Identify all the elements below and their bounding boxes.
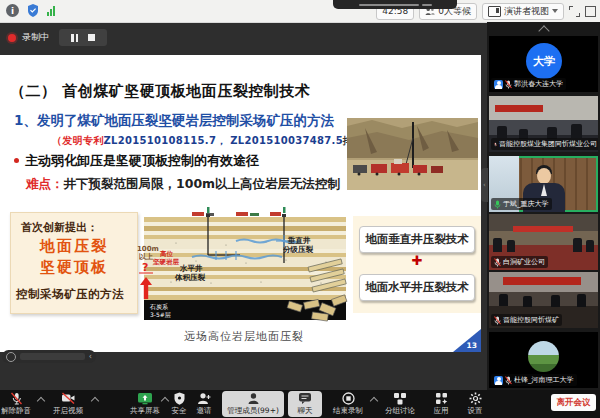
recording-label: 录制中 (22, 31, 49, 44)
meeting-toolbar: 解除静音 开启视频 共享屏幕 安全 (0, 390, 600, 418)
mic-muted-icon (494, 258, 501, 267)
speaker-face (537, 168, 551, 184)
encryption-shield-icon (27, 4, 39, 17)
difficulty-line: 难点：井下预裂范围局限，100m以上高位岩层无法控制 (26, 176, 340, 193)
tech-band: 地面垂直井压裂技术 ✚ 地面水平井压裂技术 (353, 216, 481, 313)
red-banner (495, 105, 543, 112)
avatar: 大学 (526, 43, 562, 79)
stop-recording-icon[interactable] (88, 34, 95, 41)
slide-title: （二） 首创煤矿坚硬顶板地面压裂控制技术 (10, 82, 310, 101)
slide-heading1: 1、发明了煤矿地面压裂坚硬岩层控制采场矿压的方法 (14, 112, 334, 130)
stop-record-icon (342, 392, 355, 405)
recording-dot-icon (8, 34, 16, 42)
network-signal-icon (47, 5, 55, 16)
pause-recording-icon[interactable] (71, 34, 78, 42)
patent-prefix: （发明专利 (52, 135, 104, 146)
breakout-rooms-button[interactable]: 分组讨论 (378, 391, 422, 417)
collapse-left-icon[interactable]: ‹ (89, 353, 92, 361)
collapsed-selfview-pill[interactable]: ‹ (2, 350, 96, 363)
avatar (528, 341, 559, 372)
view-mode-label: 演讲者视图 (504, 5, 549, 18)
settings-button[interactable]: 设置 (458, 391, 492, 417)
apps-grid-icon (435, 392, 448, 405)
window-mode-icon[interactable] (585, 6, 596, 17)
unmute-button[interactable]: 解除静音 (0, 391, 38, 417)
share-screen-icon (137, 392, 153, 405)
depth-label-1: 100m (137, 245, 159, 253)
participant-tile[interactable]: 杜锋_河南理工大学 (489, 332, 598, 388)
avatar-icon (6, 352, 16, 362)
view-mode-button[interactable]: 演讲者视图 (482, 3, 564, 20)
tech-box-vertical: 地面垂直井压裂技术 (359, 226, 475, 253)
innovation-method: 控制采场矿压的方法 (16, 287, 124, 302)
strata-label-1: 石炭系 (149, 303, 168, 311)
recording-buttons (59, 29, 107, 46)
leave-meeting-button[interactable]: 离开会议 (551, 394, 596, 411)
sidebar-drag-handle[interactable]: ‹ (481, 168, 488, 202)
recording-controls: 录制中 (8, 29, 107, 46)
innovation-intro: 首次创新提出： (21, 220, 98, 235)
notification-toast[interactable] (333, 0, 457, 9)
geology-fracturing-diagram: 100m 以上 ? 高位 坚硬岩层 水平井 体积压裂 垂直井 分级压裂 石炭系 … (136, 205, 352, 325)
participant-name: 郭洪春大连大学 (514, 79, 563, 89)
slide-bullet1: 主动弱化卸压是坚硬顶板控制的有效途径 (14, 152, 259, 170)
audio-only-icon (494, 376, 503, 385)
camera-off-icon (61, 392, 76, 404)
horizontal-well-label-1: 水平井 (179, 264, 203, 273)
participant-tile[interactable]: 晋能控股同忻煤矿 (489, 272, 598, 328)
question-mark: ? (142, 261, 148, 274)
participant-tile[interactable]: 大学 郭洪春大连大学 (489, 36, 598, 92)
plus-icon: ✚ (353, 253, 481, 268)
start-video-button[interactable]: 开启视频 (46, 391, 90, 417)
mic-active-icon (494, 200, 501, 209)
mic-muted-icon (494, 140, 497, 149)
chevron-down-icon (552, 9, 558, 13)
diagram-caption: 远场高位岩层地面压裂 (136, 329, 352, 344)
participant-tile[interactable]: 白洞矿业公司 (489, 214, 598, 270)
horizontal-well-label-2: 体积压裂 (174, 273, 206, 282)
difficulty-text: 井下预裂范围局限，100m以上高位岩层无法控制 (64, 176, 341, 191)
innovation-key2: 坚硬顶板 (11, 258, 137, 277)
participant-name: 于斌_重庆大学 (503, 199, 549, 209)
mic-muted-icon (505, 376, 512, 385)
chevron-up-icon[interactable] (91, 397, 99, 405)
innovation-key1: 地面压裂 (11, 237, 137, 256)
red-banner (503, 277, 581, 285)
participant-name: 晋能控股同忻煤矿 (503, 315, 559, 325)
shared-screen-slide: （二） 首创煤矿坚硬顶板地面压裂控制技术 1、发明了煤矿地面压裂坚硬岩层控制采场… (0, 55, 481, 352)
stop-recording-button[interactable]: 结束录制 (326, 391, 370, 417)
top-status-bar: i 42:58 0人等候 演讲者视图 (0, 0, 600, 23)
chat-button[interactable]: 聊天 (288, 391, 322, 417)
mic-muted-icon (505, 80, 512, 89)
apps-button[interactable]: 应用 (424, 391, 458, 417)
vertical-well-label-2: 分级压裂 (282, 245, 314, 254)
participant-tile-active-speaker[interactable]: 于斌_重庆大学 (489, 156, 598, 212)
slide-page-number: 13 (467, 341, 477, 350)
invite-person-icon (197, 392, 211, 405)
manage-participants-button[interactable]: 管理成员(99+) (222, 391, 284, 417)
chat-bubble-icon (298, 392, 312, 405)
mic-muted-icon (10, 392, 23, 405)
fullscreen-icon[interactable] (569, 6, 580, 17)
difficulty-label: 难点： (26, 176, 64, 191)
participants-icon (247, 392, 260, 405)
pill-text-area (20, 353, 85, 360)
mic-muted-icon (494, 316, 501, 325)
shield-icon (174, 392, 185, 405)
invite-button[interactable]: 邀请 (186, 391, 222, 417)
meeting-info-icon[interactable]: i (6, 4, 19, 17)
tech-box-horizontal: 地面水平井压裂技术 (359, 274, 475, 301)
drilling-site-photo (347, 118, 478, 190)
layout-icon (488, 6, 501, 17)
high-layer-label-1: 高位 (160, 250, 174, 258)
audio-only-icon (494, 80, 503, 89)
participant-name: 晋能控股煤业集团同忻煤业公司 (499, 139, 597, 149)
meeting-window: i 42:58 0人等候 演讲者视图 (0, 0, 600, 418)
strata-label-2: 3-5#层 (150, 311, 171, 318)
depth-label-2: 以上 (139, 252, 153, 261)
chevron-up-icon[interactable] (37, 397, 45, 405)
patent-line: （发明专利ZL201510108115.7， ZL201510037487.5排… (52, 134, 391, 148)
participant-tile[interactable]: 晋能控股煤业集团同忻煤业公司 (489, 96, 598, 152)
chevron-up-icon[interactable] (370, 397, 378, 405)
vertical-well-label-1: 垂直井 (287, 236, 311, 245)
